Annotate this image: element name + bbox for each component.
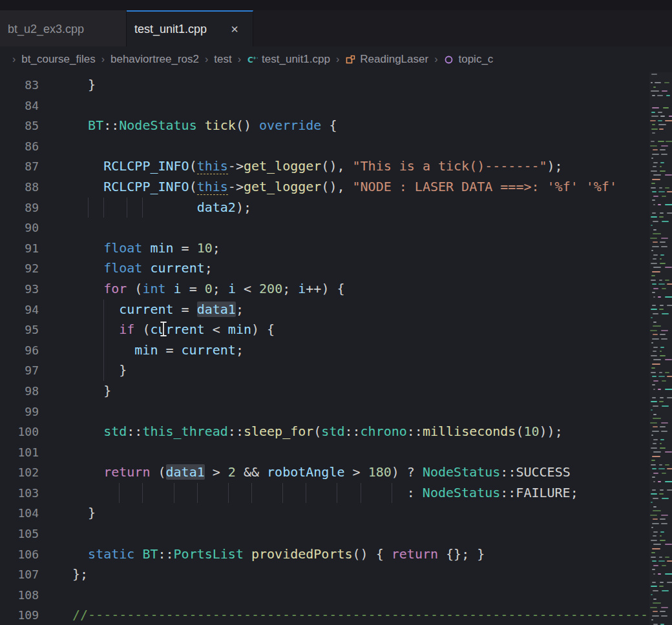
line-number: 86 (0, 136, 39, 157)
line-code[interactable]: float min = 10; (72, 238, 649, 259)
breadcrumb-item-bt_course_files[interactable]: bt_course_files (21, 53, 95, 66)
indent-guide (251, 483, 252, 504)
line-code[interactable]: if (current < min) { (72, 320, 649, 340)
indent-guide (392, 483, 392, 504)
close-icon[interactable]: × (228, 21, 241, 37)
line-code[interactable]: min = current; (72, 340, 649, 361)
editor-line-93: 93 for (int i = 0; i < 200; i++) { (0, 279, 649, 300)
line-code[interactable]: }; (72, 564, 649, 585)
minimap-line (653, 611, 658, 612)
minimap-line (660, 489, 664, 491)
editor-code-area[interactable]: 83 }8485 BT::NodeStatus tick() override … (0, 72, 649, 625)
breadcrumb-item-topic_c[interactable]: topic_c (443, 53, 493, 66)
line-code[interactable] (72, 442, 649, 463)
line-code[interactable]: } (72, 360, 649, 381)
line-code[interactable]: BT::NodeStatus tick() override { (72, 116, 649, 136)
line-code[interactable] (72, 218, 649, 238)
minimap-line (652, 364, 660, 365)
tab-label: test_unit1.cpp (134, 23, 207, 36)
minimap-line (651, 460, 655, 461)
gutter-space (39, 564, 72, 585)
breadcrumb-label: bt_course_files (21, 53, 95, 66)
minimap-line (665, 372, 670, 373)
line-code[interactable] (72, 96, 649, 116)
minimap-line (662, 221, 669, 222)
line-code[interactable]: RCLCPP_INFO(this->get_logger(), "NODE : … (72, 177, 649, 198)
line-code[interactable] (72, 524, 649, 544)
minimap-line (660, 447, 666, 449)
minimap-line (651, 435, 653, 436)
breadcrumb-item-behaviortree_ros2[interactable]: behaviortree_ros2 (110, 53, 199, 66)
line-code[interactable] (72, 585, 649, 606)
line-code[interactable]: data2); (72, 198, 649, 218)
line-code[interactable]: for (int i = 0; i < 200; i++) { (72, 279, 649, 300)
minimap-line (652, 107, 660, 108)
minimap-line (659, 128, 664, 130)
indent-guide (103, 320, 104, 340)
minimap-line (653, 380, 658, 382)
minimap-line (651, 619, 653, 620)
minimap-line (667, 191, 672, 192)
line-number: 107 (0, 564, 39, 585)
line-code[interactable]: } (72, 503, 649, 524)
breadcrumb-item-test_unit1.cpp[interactable]: C ++ test_unit1.cpp (247, 53, 330, 66)
minimap-line (666, 141, 672, 142)
line-code[interactable]: static BT::PortsList providedPorts() { r… (72, 544, 649, 565)
gutter-space (39, 279, 72, 300)
line-code[interactable] (72, 402, 649, 422)
minimap-line (651, 342, 653, 343)
line-code[interactable]: std::this_thread::sleep_for(std::chrono:… (72, 422, 649, 442)
editor-line-109: 109//-----------------------------------… (0, 605, 649, 625)
minimap[interactable] (649, 72, 672, 625)
breadcrumb-label: test_unit1.cpp (262, 53, 330, 66)
minimap-line (665, 481, 672, 482)
minimap-line (653, 87, 656, 88)
minimap-line (662, 498, 669, 499)
breadcrumb-item-test[interactable]: test (214, 53, 231, 66)
breadcrumb-item-ReadingLaser[interactable]: ReadingLaser (345, 53, 428, 66)
minimap-line (667, 582, 672, 583)
line-number: 93 (0, 279, 39, 300)
line-code[interactable]: return (data1 > 2 && robotAngle > 180) ?… (72, 462, 649, 483)
indent-guide (361, 483, 361, 504)
tab-bt_u2_ex3.cpp[interactable]: bt_u2_ex3.cpp (0, 10, 127, 46)
svg-text:++: ++ (253, 56, 258, 61)
minimap-line (652, 212, 656, 214)
minimap-line (653, 221, 658, 222)
chevron-right-icon: › (238, 54, 241, 65)
minimap-line (658, 296, 661, 298)
minimap-line (652, 179, 660, 180)
minimap-line (650, 330, 657, 331)
minimap-line (653, 481, 656, 482)
line-code[interactable]: } (72, 381, 649, 402)
minimap-line (651, 401, 657, 402)
line-code[interactable]: RCLCPP_INFO(this->get_logger(), "This is… (72, 156, 649, 177)
gutter-space (39, 198, 72, 218)
minimap-line (653, 535, 656, 537)
tab-test_unit1.cpp[interactable]: test_unit1.cpp× (127, 10, 253, 46)
line-code[interactable]: } (72, 75, 649, 96)
minimap-line (653, 359, 662, 360)
editor-line-84: 84 (0, 96, 649, 116)
minimap-line (666, 95, 669, 96)
minimap-line (658, 204, 661, 205)
line-code[interactable]: //--------------------------------------… (72, 605, 649, 625)
indent-guide (88, 198, 89, 218)
editor-line-92: 92 float current; (0, 258, 649, 279)
line-code[interactable]: float current; (72, 258, 649, 279)
minimap-line (659, 187, 662, 189)
line-code[interactable]: : NodeStatus::FAILURE; (72, 483, 649, 504)
minimap-line (658, 283, 665, 285)
gutter-space (39, 524, 72, 544)
minimap-line (652, 468, 656, 469)
line-code[interactable]: current = data1; (72, 300, 649, 320)
minimap-line (651, 527, 653, 528)
indent-guide (103, 340, 104, 361)
minimap-line (660, 334, 666, 335)
minimap-line (653, 451, 662, 453)
line-code[interactable] (72, 136, 649, 157)
minimap-line (653, 531, 658, 533)
minimap-line (664, 82, 669, 83)
minimap-line (662, 288, 666, 289)
indent-guide (337, 483, 337, 504)
